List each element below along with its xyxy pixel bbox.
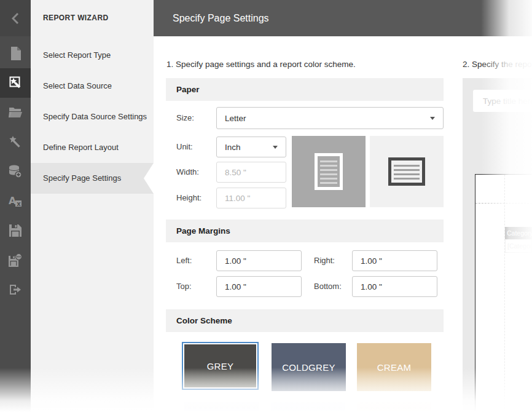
color-scheme-section-header: Color Scheme [166,309,444,332]
margin-right-label: Right: [314,250,335,271]
nav-item-specify-page-settings[interactable]: Specify Page Settings [31,163,154,194]
open-folder-icon [9,107,22,118]
margin-guide-horizontal [475,203,532,204]
unit-dropdown[interactable]: Inch [216,137,286,157]
margin-guide-vertical [504,175,505,412]
report-wizard-icon [8,76,23,90]
step2-heading: 2. Specify the repo [463,60,532,69]
swatch-fill: COLDGREY [272,343,346,391]
preview-header-cell: Category [505,227,532,239]
orientation-portrait-tile[interactable] [292,136,366,207]
color-swatch-partial-3[interactable] [357,402,431,412]
localization-icon: A x [9,195,22,207]
margin-top-field[interactable] [216,276,302,297]
page-header: Specify Page Settings [154,0,532,36]
height-field[interactable] [216,188,286,208]
nav-item-select-report-type[interactable]: Select Report Type [31,40,154,71]
unit-label: Unit: [176,137,193,157]
design-wizard-button[interactable] [0,127,31,157]
swatch-fill: GREY [184,344,256,387]
nav-item-specify-data-source-settings[interactable]: Specify Data Source Settings [31,101,154,132]
page-title: Specify Page Settings [173,13,269,23]
margin-top-label: Top: [176,276,192,297]
add-data-source-button[interactable] [0,157,31,186]
svg-text:x: x [17,200,21,207]
chevron-down-icon [273,146,278,149]
margin-bottom-label: Bottom: [314,276,342,297]
swatch-label: GREY [207,361,234,371]
save-options-icon [9,253,22,267]
save-options-button[interactable] [0,245,31,275]
exit-button[interactable] [0,275,31,304]
preview-data-cell: [Category [505,239,532,253]
report-wizard-window: A x [0,0,532,412]
swatch-label: COLDGREY [282,362,335,373]
swatch-fill: CREAM [357,343,431,391]
color-swatch-partial-1[interactable] [184,402,259,412]
size-label: Size: [176,107,194,129]
size-dropdown[interactable]: Letter [216,107,444,129]
report-title-input[interactable] [473,90,532,112]
save-icon [9,224,22,237]
paper-section-header: Paper [166,78,444,101]
report-wizard-button[interactable] [0,68,31,98]
height-label: Height: [176,188,201,208]
back-button[interactable] [0,0,31,36]
new-document-icon [9,47,22,60]
save-button[interactable] [0,216,31,245]
nav-item-define-report-layout[interactable]: Define Report Layout [31,132,154,163]
margin-left-label: Left: [176,250,192,271]
magic-wand-icon [9,135,22,149]
step1-heading: 1. Specify page settings and a report co… [166,60,356,69]
portrait-page-icon [315,153,343,190]
icon-sidebar: A x [0,0,31,412]
report-page-preview [475,174,532,412]
margin-bottom-field[interactable] [352,276,437,297]
chevron-left-icon [12,13,19,24]
size-value: Letter [225,114,246,123]
unit-value: Inch [225,143,241,152]
nav-panel-title: REPORT WIZARD [31,0,154,36]
width-label: Width: [176,162,199,183]
color-swatch-partial-2[interactable] [271,402,345,412]
margins-section-header: Page Margins [166,220,444,242]
wizard-nav-panel: REPORT WIZARD Select Report Type Select … [31,0,154,412]
selected-item-pointer [144,163,154,194]
chevron-down-icon [430,117,435,120]
color-swatch-cream[interactable]: CREAM [357,343,431,391]
nav-item-select-data-source[interactable]: Select Data Source [31,71,154,101]
landscape-page-icon [388,157,425,186]
margin-left-field[interactable] [216,250,302,271]
open-report-button[interactable] [0,98,31,127]
margin-right-field[interactable] [352,250,437,271]
orientation-landscape-tile[interactable] [370,136,444,207]
localization-button[interactable]: A x [0,186,31,216]
nav-item-label: Specify Page Settings [43,173,121,183]
color-swatch-coldgrey[interactable]: COLDGREY [272,343,346,391]
new-document-button[interactable] [0,39,31,68]
width-field[interactable] [216,162,286,183]
database-plus-icon [9,165,22,178]
swatch-label: CREAM [377,362,412,373]
color-swatch-grey[interactable]: GREY [182,342,259,390]
exit-icon [9,284,22,295]
